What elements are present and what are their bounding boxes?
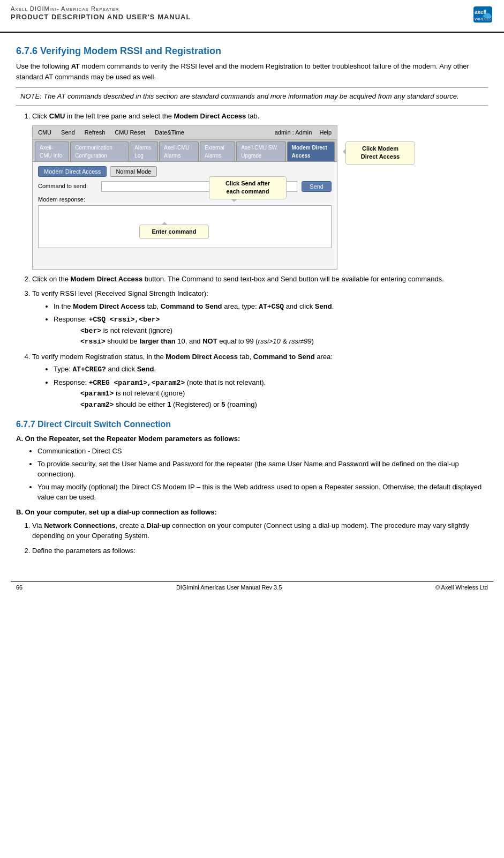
ss-nav-admin: admin : Admin <box>275 128 312 137</box>
part-b-steps: Via Network Connections, create a Dial-u… <box>32 520 488 556</box>
intro-text: Use the following AT modem commands to v… <box>16 61 488 82</box>
steps-list: Click CMU in the left tree pane and sele… <box>32 111 488 411</box>
step-1: Click CMU in the left tree pane and sele… <box>32 111 488 270</box>
ss-nav-send: Send <box>59 127 77 138</box>
ss-tab-sw-upgrade[interactable]: Axell-CMU SW Upgrade <box>236 141 285 161</box>
step4-bullet1: Type: AT+CREG? and click Send. <box>54 364 488 375</box>
part-b-heading: B. On your computer, set up a dial-up co… <box>16 508 488 516</box>
note-text: NOTE: The AT commands described in this … <box>20 92 459 100</box>
ss-tab-info[interactable]: Axell-CMU Info <box>35 141 69 161</box>
axell-logo: axell WIRELESS <box>453 5 493 29</box>
ss-topbar: CMU Send Refresh CMU Reset Date&Time adm… <box>33 126 337 140</box>
footer-center: DIGImini Americas User Manual Rev 3.5 <box>176 584 282 591</box>
note-box: NOTE: The AT commands described in this … <box>16 87 488 106</box>
ss-tab-comm[interactable]: Communication Configuration <box>70 141 129 161</box>
section-677-heading: 6.7.6 Verifying Modem RSSI and Registrat… <box>16 46 488 57</box>
logo-area: axell WIRELESS <box>453 5 493 29</box>
callout-modem-direct: Click ModemDirect Access <box>345 141 415 165</box>
part-a-bullet-3: You may modify (optional) the Direct CS … <box>37 482 488 503</box>
ss-response-label: Modem response: <box>38 195 332 204</box>
ss-nav-cmu-reset: CMU Reset <box>112 127 147 138</box>
ss-tab-alarms[interactable]: Alarms Log <box>130 141 158 161</box>
step4-bullet2: Response: +CREG <param1>,<param2> (note … <box>54 377 488 411</box>
part-a-bullet-1: Communication - Direct CS <box>37 446 488 457</box>
step3-bullet2: Response: +CSQ <rssi>,<ber> <ber> is not… <box>54 314 488 347</box>
ss-normal-mode-btn[interactable]: Normal Mode <box>110 166 157 177</box>
ss-response-area: Modem response: <box>38 195 332 249</box>
ss-nav-refresh: Refresh <box>82 127 108 138</box>
step3-bullets: In the Modem Direct Access tab, Command … <box>54 301 488 347</box>
ss-command-row: Command to send: Send <box>38 181 332 192</box>
part-b-step1: Via Network Connections, create a Dial-u… <box>32 520 488 541</box>
doc-title-block: Axell DIGIMini- Americas Repeater PRODUC… <box>11 5 191 21</box>
ss-nav-cmu: CMU <box>36 127 54 138</box>
ss-send-button[interactable]: Send <box>302 181 332 192</box>
ss-tab-modem[interactable]: Modem Direct Access <box>287 141 335 161</box>
ss-tabbar: Axell-CMU Info Communication Configurati… <box>33 140 337 162</box>
screenshot-frame: CMU Send Refresh CMU Reset Date&Time adm… <box>32 125 337 270</box>
footer-page: 66 <box>16 584 22 591</box>
part-b-step2: Define the parameters as follows: <box>32 546 488 556</box>
ss-modem-direct-btn[interactable]: Modem Direct Access <box>38 166 107 177</box>
ss-button-row: Modem Direct Access Normal Mode <box>38 166 332 177</box>
svg-text:axell: axell <box>475 9 486 15</box>
ss-command-label: Command to send: <box>38 182 97 191</box>
screenshot-wrapper: CMU Send Refresh CMU Reset Date&Time adm… <box>32 125 337 270</box>
ss-nav-help: Help <box>317 127 334 138</box>
section-677b-heading: 6.7.7 Direct Circuit Switch Connection <box>16 420 488 429</box>
document-header: Axell DIGIMini- Americas Repeater PRODUC… <box>0 0 504 33</box>
ss-tab-cmu-alarms[interactable]: Axell-CMU Alarms <box>159 141 199 161</box>
ss-body: Modem Direct Access Normal Mode Command … <box>33 162 337 269</box>
step4-bullets: Type: AT+CREG? and click Send. Response:… <box>54 364 488 410</box>
callout-enter: Enter command <box>139 225 209 239</box>
doc-title-main: PRODUCT DESCRIPTION AND USER'S MANUAL <box>11 13 191 21</box>
ss-tab-ext-alarms[interactable]: External Alarms <box>200 141 235 161</box>
ss-nav-datetime: Date&Time <box>153 127 186 138</box>
main-content: 6.7.6 Verifying Modem RSSI and Registrat… <box>0 33 504 571</box>
step-4: To verify modem Registration status, in … <box>32 352 488 411</box>
doc-title-top: Axell DIGIMini- Americas Repeater <box>11 5 191 12</box>
part-a-bullet-2: To provide security, set the User Name a… <box>37 459 488 480</box>
footer-right: © Axell Wireless Ltd <box>435 584 488 591</box>
step3-bullet1: In the Modem Direct Access tab, Command … <box>54 301 488 312</box>
part-a-heading: A. On the Repeater, set the Repeater Mod… <box>16 435 488 443</box>
step-3: To verify RSSI level (Received Signal St… <box>32 288 488 347</box>
part-a-bullets: Communication - Direct CS To provide sec… <box>37 446 488 503</box>
step-2: Click on the Modem Direct Access button.… <box>32 274 488 285</box>
svg-text:WIRELESS: WIRELESS <box>475 17 493 21</box>
callout-send: Click Send aftereach command <box>209 176 287 199</box>
footer: 66 DIGImini Americas User Manual Rev 3.5… <box>11 581 493 593</box>
